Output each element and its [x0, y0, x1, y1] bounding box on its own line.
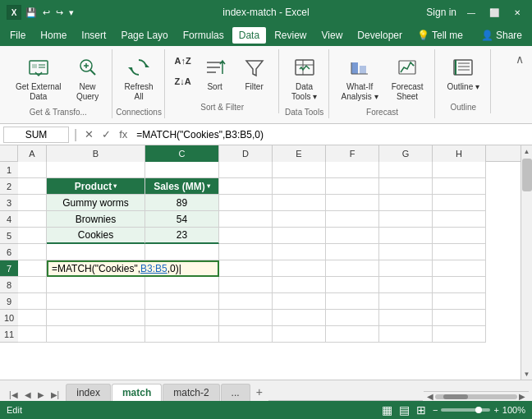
- cell-f8[interactable]: [326, 277, 379, 293]
- add-sheet-button[interactable]: +: [251, 383, 268, 401]
- cell-b9[interactable]: [47, 293, 145, 310]
- cell-g9[interactable]: [379, 293, 433, 310]
- name-box[interactable]: [3, 127, 69, 143]
- undo-button[interactable]: ↩: [41, 7, 52, 19]
- tab-index[interactable]: index: [66, 384, 111, 401]
- cell-h11[interactable]: [433, 326, 486, 343]
- menu-data[interactable]: Data: [232, 27, 266, 44]
- outline-button[interactable]: Outline ▾: [442, 51, 485, 94]
- cell-b6[interactable]: [47, 244, 145, 260]
- cell-f3[interactable]: [326, 195, 379, 211]
- cell-h5[interactable]: [433, 228, 486, 244]
- cell-g1[interactable]: [379, 162, 433, 178]
- zoom-in-button[interactable]: +: [493, 405, 498, 415]
- cell-a11[interactable]: [18, 326, 47, 343]
- cell-c1[interactable]: [145, 162, 219, 178]
- cell-h9[interactable]: [433, 293, 486, 310]
- cell-f7[interactable]: [326, 260, 379, 277]
- cell-h4[interactable]: [433, 211, 486, 228]
- cell-a6[interactable]: [18, 244, 47, 260]
- tab-first-button[interactable]: |◀: [7, 389, 21, 401]
- menu-file[interactable]: File: [3, 27, 32, 44]
- vertical-scrollbar[interactable]: ▲ ▼: [521, 145, 532, 380]
- customize-qat-button[interactable]: ▾: [67, 7, 76, 19]
- menu-insert[interactable]: Insert: [75, 27, 112, 44]
- col-header-e[interactable]: E: [273, 145, 326, 162]
- data-tools-button[interactable]: DataTools ▾: [286, 51, 323, 105]
- menu-view[interactable]: View: [315, 27, 350, 44]
- cell-b1[interactable]: [47, 162, 145, 178]
- cell-g10[interactable]: [379, 310, 433, 326]
- cell-h7[interactable]: [433, 260, 486, 277]
- cell-d2[interactable]: [219, 178, 273, 195]
- cell-c2[interactable]: Sales (MM) ▾: [145, 178, 219, 195]
- cell-g2[interactable]: [379, 178, 433, 195]
- row-header-11[interactable]: 11: [0, 326, 18, 343]
- cell-h10[interactable]: [433, 310, 486, 326]
- menu-page-layout[interactable]: Page Layo: [114, 27, 174, 44]
- cell-c9[interactable]: [145, 293, 219, 310]
- menu-home[interactable]: Home: [34, 27, 73, 44]
- cell-f10[interactable]: [326, 310, 379, 326]
- col-header-h[interactable]: H: [433, 145, 486, 162]
- cell-f6[interactable]: [326, 244, 379, 260]
- row-header-2[interactable]: 2: [0, 178, 18, 195]
- page-layout-button[interactable]: ▤: [399, 403, 410, 417]
- row-header-9[interactable]: 9: [0, 293, 18, 310]
- insert-function-button[interactable]: fx: [117, 127, 130, 141]
- cell-e11[interactable]: [273, 326, 326, 343]
- cell-e10[interactable]: [273, 310, 326, 326]
- cell-g11[interactable]: [379, 326, 433, 343]
- row-header-8[interactable]: 8: [0, 277, 18, 293]
- col-header-g[interactable]: G: [379, 145, 433, 162]
- cell-f1[interactable]: [326, 162, 379, 178]
- cell-g5[interactable]: [379, 228, 433, 244]
- scroll-down-button[interactable]: ▼: [521, 368, 533, 380]
- cell-e7[interactable]: [273, 260, 326, 277]
- cell-d9[interactable]: [219, 293, 273, 310]
- cell-b3[interactable]: Gummy worms: [47, 195, 145, 211]
- cell-d5[interactable]: [219, 228, 273, 244]
- redo-button[interactable]: ↪: [54, 7, 65, 19]
- cell-c5[interactable]: 23: [145, 228, 219, 244]
- menu-developer[interactable]: Developer: [351, 27, 409, 44]
- cell-g8[interactable]: [379, 277, 433, 293]
- tab-match-2[interactable]: match-2: [163, 384, 219, 401]
- col-header-f[interactable]: F: [326, 145, 379, 162]
- refresh-all-button[interactable]: RefreshAll: [119, 51, 159, 105]
- cell-c8[interactable]: [145, 277, 219, 293]
- cell-c3[interactable]: 89: [145, 195, 219, 211]
- cell-c4[interactable]: 54: [145, 211, 219, 228]
- cell-e6[interactable]: [273, 244, 326, 260]
- cell-g4[interactable]: [379, 211, 433, 228]
- zoom-out-button[interactable]: −: [433, 405, 438, 415]
- filter-button[interactable]: Filter: [236, 51, 273, 94]
- sheet-scroll-right[interactable]: ▶: [519, 392, 525, 401]
- cell-a4[interactable]: [18, 211, 47, 228]
- sheet-scroll-left[interactable]: ◀: [427, 392, 433, 401]
- save-button[interactable]: 💾: [24, 7, 39, 19]
- cell-h3[interactable]: [433, 195, 486, 211]
- forecast-sheet-button[interactable]: ForecastSheet: [386, 51, 429, 105]
- cell-f2[interactable]: [326, 178, 379, 195]
- cell-a3[interactable]: [18, 195, 47, 211]
- sort-button[interactable]: Sort: [196, 51, 234, 94]
- cell-b11[interactable]: [47, 326, 145, 343]
- cell-c11[interactable]: [145, 326, 219, 343]
- cell-h8[interactable]: [433, 277, 486, 293]
- cell-e4[interactable]: [273, 211, 326, 228]
- cell-g7[interactable]: [379, 260, 433, 277]
- get-external-data-button[interactable]: Get ExternalData: [10, 51, 67, 105]
- cell-e9[interactable]: [273, 293, 326, 310]
- cell-d6[interactable]: [219, 244, 273, 260]
- cell-a2[interactable]: [18, 178, 47, 195]
- tab-next-button[interactable]: ▶: [35, 389, 47, 401]
- cell-a9[interactable]: [18, 293, 47, 310]
- cell-b8[interactable]: [47, 277, 145, 293]
- cell-b5[interactable]: Cookies: [47, 228, 145, 244]
- cell-g6[interactable]: [379, 244, 433, 260]
- col-header-c[interactable]: C: [145, 145, 219, 162]
- col-header-a[interactable]: A: [18, 145, 47, 162]
- cell-d1[interactable]: [219, 162, 273, 178]
- cell-d3[interactable]: [219, 195, 273, 211]
